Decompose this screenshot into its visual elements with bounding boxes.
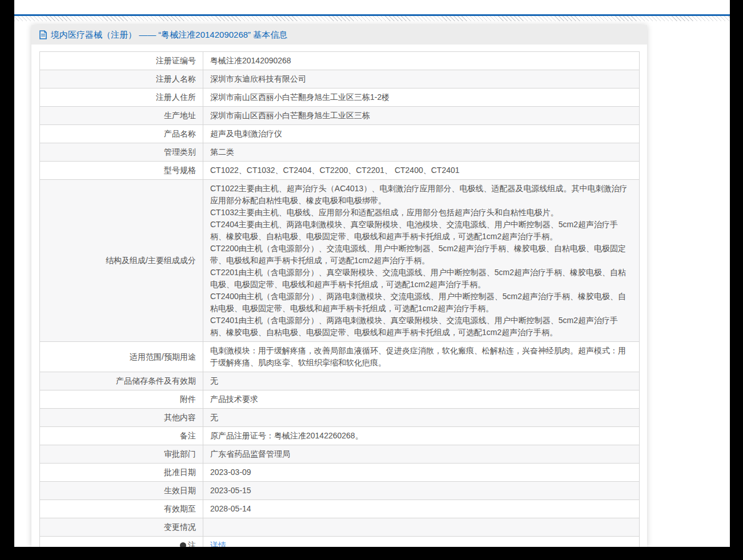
page: 境内医疗器械（注册） —— “粤械注准20142090268” 基本信息 注册证… [14, 0, 730, 547]
page-title-bar: 境内医疗器械（注册） —— “粤械注准20142090268” 基本信息 [31, 25, 647, 45]
row-value: 深圳市南山区西丽小白芒翻身旭生工业区三栋1-2楼 [203, 88, 640, 107]
row-label: 备注 [40, 427, 203, 445]
row-value: 2028-05-14 [203, 500, 640, 518]
row-label: 其他内容 [40, 409, 203, 427]
row-value: 产品技术要求 [203, 390, 640, 409]
table-row: 注册人名称 深圳市东迪欣科技有限公司 [40, 70, 640, 88]
row-value: 深圳市东迪欣科技有限公司 [203, 70, 640, 88]
row-value [203, 518, 640, 537]
table-row: 产品储存条件及有效期 无 [40, 372, 640, 390]
table-row: 结构及组成/主要组成成分 CT1022主要由主机、超声治疗头（AC4013）、电… [40, 180, 640, 342]
row-label: 注册证编号 [40, 52, 203, 70]
table-row: 管理类别 第二类 [40, 143, 640, 162]
row-label: 产品名称 [40, 125, 203, 143]
row-value: 2023-03-09 [203, 464, 640, 482]
table-row: 其他内容 无 [40, 409, 640, 427]
row-label: 变更情况 [40, 518, 203, 537]
content-card: 境内医疗器械（注册） —— “粤械注准20142090268” 基本信息 注册证… [31, 25, 647, 547]
row-label: 生效日期 [40, 482, 203, 500]
row-value: 电刺激模块：用于缓解疼痛，改善局部血液循环、促进炎症消散，软化瘢痕、松解粘连，兴… [203, 342, 640, 372]
row-value: 详情 [203, 537, 640, 547]
composition-line: CT1022主要由主机、超声治疗头（AC4013）、电刺激治疗应用部分、电极线、… [210, 183, 632, 207]
note-icon [180, 542, 186, 547]
table-row: 变更情况 [40, 518, 640, 537]
document-icon [39, 30, 47, 39]
composition-line: CT2201由主机（含电源部分）、真空吸附模块、交流电源线、用户中断控制器、5c… [210, 267, 632, 291]
row-value: CT1022主要由主机、超声治疗头（AC4013）、电刺激治疗应用部分、电极线、… [203, 180, 640, 342]
row-value: 无 [203, 409, 640, 427]
row-label: 批准日期 [40, 464, 203, 482]
table-row: 注册人住所 深圳市南山区西丽小白芒翻身旭生工业区三栋1-2楼 [40, 88, 640, 107]
details-link[interactable]: 详情 [210, 541, 226, 547]
composition-line: CT2200由主机（含电源部分）、交流电源线、用户中断控制器、5cm2超声治疗手… [210, 243, 632, 267]
row-value: 粤械注准20142090268 [203, 52, 640, 70]
row-value: 原产品注册证号：粤械注准20142260268。 [203, 427, 640, 445]
table-row: 型号规格 CT1022、CT1032、CT2404、CT2200、CT2201、… [40, 162, 640, 180]
row-value: 深圳市南山区西丽小白芒翻身旭生工业区三栋 [203, 107, 640, 125]
composition-line: CT1032主要由主机、电极线、应用部分和适配器组成，应用部分包括超声治疗头和自… [210, 207, 632, 219]
row-label: 注册人名称 [40, 70, 203, 88]
row-label: 有效期至 [40, 500, 203, 518]
row-label: 生产地址 [40, 107, 203, 125]
table-row: 产品名称 超声及电刺激治疗仪 [40, 125, 640, 143]
row-value: 广东省药品监督管理局 [203, 445, 640, 464]
row-label: 管理类别 [40, 143, 203, 162]
table-row: 生产地址 深圳市南山区西丽小白芒翻身旭生工业区三栋 [40, 107, 640, 125]
decor-stripes [14, 16, 730, 21]
table-row: 注 详情 [40, 537, 640, 547]
composition-line: CT2404主要由主机、两路电刺激模块、真空吸附模块、电池模块、交流电源线、用户… [210, 219, 632, 243]
page-title: 境内医疗器械（注册） —— “粤械注准20142090268” 基本信息 [51, 30, 287, 41]
row-label: 注 [40, 537, 203, 547]
row-value: CT1022、CT1032、CT2404、CT2200、CT2201、 CT24… [203, 162, 640, 180]
table-row: 注册证编号 粤械注准20142090268 [40, 52, 640, 70]
table-row: 批准日期 2023-03-09 [40, 464, 640, 482]
composition-line: CT2400由主机（含电源部分）、两路电刺激模块、交流电源线、用户中断控制器、5… [210, 291, 632, 315]
row-label: 型号规格 [40, 162, 203, 180]
row-label: 产品储存条件及有效期 [40, 372, 203, 390]
table-row: 审批部门 广东省药品监督管理局 [40, 445, 640, 464]
row-label: 注册人住所 [40, 88, 203, 107]
table-row: 附件 产品技术要求 [40, 390, 640, 409]
row-label: 适用范围/预期用途 [40, 342, 203, 372]
row-value: 2023-05-15 [203, 482, 640, 500]
table-row: 有效期至 2028-05-14 [40, 500, 640, 518]
row-label: 审批部门 [40, 445, 203, 464]
row-value: 超声及电刺激治疗仪 [203, 125, 640, 143]
row-value: 无 [203, 372, 640, 390]
row-label: 结构及组成/主要组成成分 [40, 180, 203, 342]
row-label: 附件 [40, 390, 203, 409]
composition-line: CT2401由主机（含电源部分）、两路电刺激模块、真空吸附模块、交流电源线、用户… [210, 315, 632, 339]
table-row: 生效日期 2023-05-15 [40, 482, 640, 500]
table-row: 备注 原产品注册证号：粤械注准20142260268。 [40, 427, 640, 445]
info-table: 注册证编号 粤械注准20142090268 注册人名称 深圳市东迪欣科技有限公司… [39, 51, 640, 547]
note-label: 注 [188, 541, 196, 547]
table-row: 适用范围/预期用途 电刺激模块：用于缓解疼痛，改善局部血液循环、促进炎症消散，软… [40, 342, 640, 372]
row-value: 第二类 [203, 143, 640, 162]
